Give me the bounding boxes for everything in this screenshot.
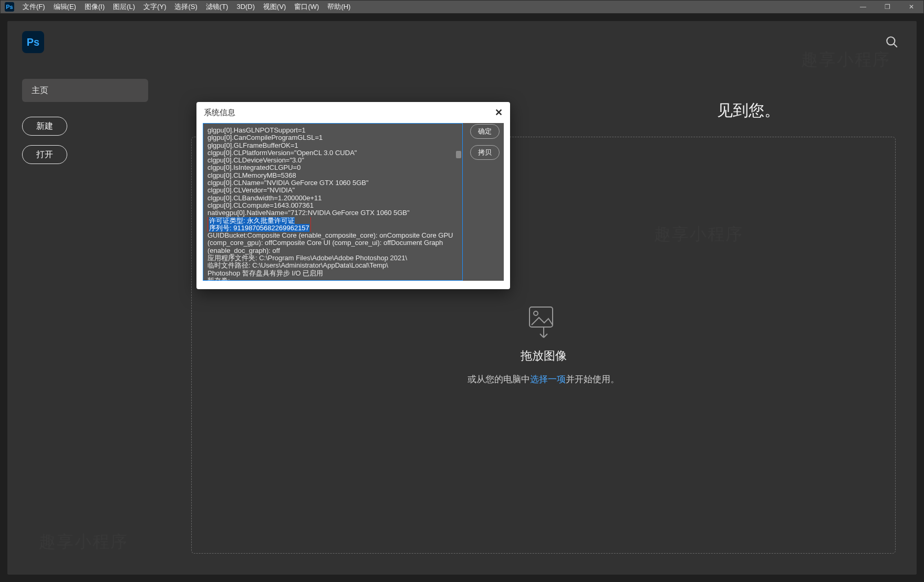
menu-view[interactable]: 视图(V) — [259, 0, 290, 14]
dialog-body: glgpu[0].HasGLNPOTSupport=1 glgpu[0].Can… — [203, 123, 504, 281]
sysinfo-line: (comp_core_gpu): offComposite Core UI (c… — [207, 239, 458, 247]
maximize-button[interactable]: ❐ — [875, 0, 899, 14]
sysinfo-line: clgpu[0].CLBandwidth=1.200000e+11 — [207, 195, 458, 202]
sysinfo-line: (enable_doc_graph): off — [207, 247, 458, 254]
menu-filter[interactable]: 滤镜(T) — [202, 0, 233, 14]
sysinfo-line: 临时文件路径: C:\Users\Administrator\AppData\L… — [207, 262, 458, 269]
sysinfo-line: clgpu[0].CLName="NVIDIA GeForce GTX 1060… — [207, 179, 458, 187]
serial-number-line: 序列号: 91198705682269962157 — [209, 224, 309, 232]
scrollbar-thumb[interactable] — [456, 151, 461, 158]
sysinfo-line: glgpu[0].GLFrameBufferOK=1 — [207, 142, 458, 149]
menu-image[interactable]: 图像(I) — [80, 0, 109, 14]
sysinfo-line: nativegpu[0].NativeName="7172:NVIDIA GeF… — [207, 209, 458, 217]
welcome-heading: 见到您。 — [717, 100, 780, 121]
system-info-textarea[interactable]: glgpu[0].HasGLNPOTSupport=1 glgpu[0].Can… — [203, 123, 463, 281]
dropzone-select-link[interactable]: 选择一项 — [530, 374, 566, 384]
sysinfo-line: glgpu[0].HasGLNPOTSupport=1 — [207, 127, 458, 134]
open-button[interactable]: 打开 — [22, 145, 67, 164]
sysinfo-line: clgpu[0].CLPlatformVersion="OpenCL 3.0 C… — [207, 149, 458, 157]
dropzone-suffix: 并开始使用。 — [566, 374, 619, 384]
sysinfo-line: clgpu[0].CLVendor="NVIDIA" — [207, 187, 458, 194]
home-tab[interactable]: 主页 — [22, 79, 148, 102]
home-screen: Ps 主页 新建 打开 见到您。 拖放图像 或从您的电脑中选择一项并 — [7, 21, 917, 575]
close-window-button[interactable]: ✕ — [899, 0, 923, 14]
ok-button[interactable]: 确定 — [470, 124, 500, 139]
svg-point-3 — [534, 311, 538, 315]
dialog-header: 系统信息 ✕ — [196, 102, 510, 123]
copy-button[interactable]: 拷贝 — [470, 145, 500, 160]
system-info-dialog: 系统信息 ✕ glgpu[0].HasGLNPOTSupport=1 glgpu… — [196, 102, 510, 289]
new-button[interactable]: 新建 — [22, 117, 67, 136]
menubar: Ps 文件(F) 编辑(E) 图像(I) 图层(L) 文字(Y) 选择(S) 滤… — [1, 1, 355, 13]
menu-help[interactable]: 帮助(H) — [323, 0, 355, 14]
sysinfo-highlight-box: 许可证类型: 永久批量许可证 序列号: 91198705682269962157 — [207, 217, 458, 232]
app-body: Ps 主页 新建 打开 见到您。 拖放图像 或从您的电脑中选择一项并 — [0, 14, 924, 582]
menu-layer[interactable]: 图层(L) — [109, 0, 139, 14]
sysinfo-line: 暂存卷: — [207, 277, 458, 281]
sysinfo-line: Photoshop 暂存盘具有异步 I/O 已启用 — [207, 270, 458, 277]
dialog-buttons: 确定 拷贝 — [470, 123, 504, 281]
license-type-line: 许可证类型: 永久批量许可证 — [209, 217, 295, 224]
titlebar: Ps 文件(F) 编辑(E) 图像(I) 图层(L) 文字(Y) 选择(S) 滤… — [0, 0, 924, 14]
menu-select[interactable]: 选择(S) — [170, 0, 201, 14]
dialog-close-button[interactable]: ✕ — [495, 107, 503, 118]
menu-3d[interactable]: 3D(D) — [232, 0, 259, 14]
app-icon: Ps — [5, 2, 14, 12]
left-rail: 主页 新建 打开 — [7, 21, 154, 575]
dropzone-title: 拖放图像 — [521, 348, 567, 364]
image-file-icon — [525, 305, 562, 339]
menu-file[interactable]: 文件(F) — [18, 0, 49, 14]
dropzone-prefix: 或从您的电脑中 — [468, 374, 530, 384]
menu-edit[interactable]: 编辑(E) — [49, 0, 80, 14]
sysinfo-line: clgpu[0].IsIntegratedCLGPU=0 — [207, 164, 458, 171]
menu-type[interactable]: 文字(Y) — [139, 0, 170, 14]
sysinfo-line: GUIDBucket:Composite Core (enable_compos… — [207, 232, 458, 239]
sysinfo-line: 应用程序文件夹: C:\Program Files\Adobe\Adobe Ph… — [207, 254, 458, 262]
dropzone-subtitle: 或从您的电脑中选择一项并开始使用。 — [468, 373, 619, 385]
sysinfo-line: glgpu[0].CanCompileProgramGLSL=1 — [207, 134, 458, 141]
sysinfo-line: clgpu[0].CLCompute=1643.007361 — [207, 202, 458, 209]
ps-logo: Ps — [22, 31, 44, 53]
sysinfo-line: clgpu[0].CLMemoryMB=5368 — [207, 172, 458, 179]
menu-window[interactable]: 窗口(W) — [290, 0, 323, 14]
minimize-button[interactable]: — — [851, 0, 875, 14]
sysinfo-line: clgpu[0].CLDeviceVersion="3.0" — [207, 157, 458, 164]
dialog-title: 系统信息 — [204, 108, 235, 118]
window-controls: — ❐ ✕ — [851, 0, 923, 14]
